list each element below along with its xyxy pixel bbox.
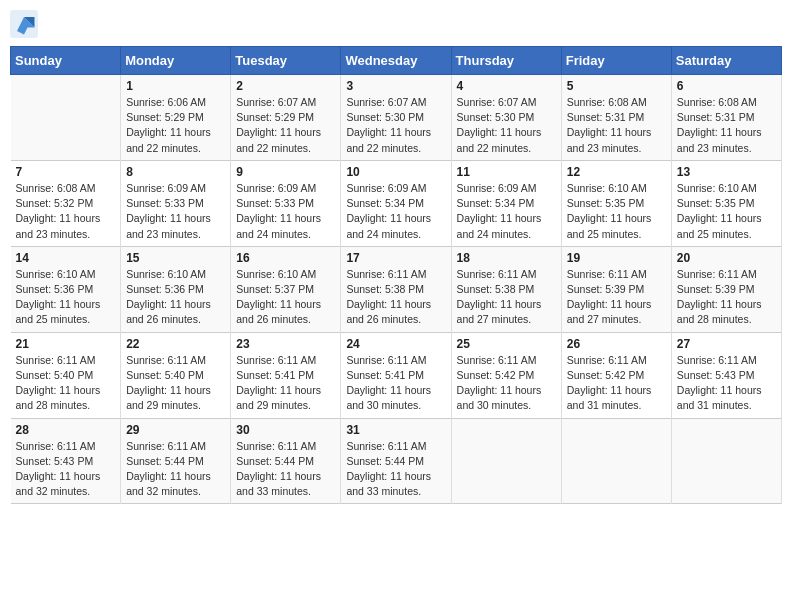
day-number: 23 [236,337,335,351]
day-number: 5 [567,79,666,93]
day-info: Sunrise: 6:11 AM Sunset: 5:44 PM Dayligh… [346,439,445,500]
day-header-sunday: Sunday [11,47,121,75]
day-info: Sunrise: 6:07 AM Sunset: 5:29 PM Dayligh… [236,95,335,156]
day-info: Sunrise: 6:09 AM Sunset: 5:33 PM Dayligh… [126,181,225,242]
day-info: Sunrise: 6:09 AM Sunset: 5:34 PM Dayligh… [457,181,556,242]
day-info: Sunrise: 6:10 AM Sunset: 5:36 PM Dayligh… [16,267,116,328]
page-header [10,10,782,38]
day-number: 19 [567,251,666,265]
day-info: Sunrise: 6:06 AM Sunset: 5:29 PM Dayligh… [126,95,225,156]
calendar-cell: 14Sunrise: 6:10 AM Sunset: 5:36 PM Dayli… [11,246,121,332]
day-number: 16 [236,251,335,265]
day-number: 4 [457,79,556,93]
day-info: Sunrise: 6:11 AM Sunset: 5:39 PM Dayligh… [567,267,666,328]
calendar-cell: 28Sunrise: 6:11 AM Sunset: 5:43 PM Dayli… [11,418,121,504]
calendar-cell: 30Sunrise: 6:11 AM Sunset: 5:44 PM Dayli… [231,418,341,504]
day-number: 31 [346,423,445,437]
day-info: Sunrise: 6:11 AM Sunset: 5:41 PM Dayligh… [346,353,445,414]
day-number: 15 [126,251,225,265]
calendar-cell: 16Sunrise: 6:10 AM Sunset: 5:37 PM Dayli… [231,246,341,332]
day-info: Sunrise: 6:07 AM Sunset: 5:30 PM Dayligh… [457,95,556,156]
day-number: 17 [346,251,445,265]
day-header-thursday: Thursday [451,47,561,75]
calendar-cell: 10Sunrise: 6:09 AM Sunset: 5:34 PM Dayli… [341,160,451,246]
day-info: Sunrise: 6:08 AM Sunset: 5:31 PM Dayligh… [677,95,776,156]
day-number: 30 [236,423,335,437]
day-info: Sunrise: 6:11 AM Sunset: 5:40 PM Dayligh… [126,353,225,414]
day-number: 6 [677,79,776,93]
day-info: Sunrise: 6:11 AM Sunset: 5:38 PM Dayligh… [457,267,556,328]
day-header-wednesday: Wednesday [341,47,451,75]
day-info: Sunrise: 6:10 AM Sunset: 5:36 PM Dayligh… [126,267,225,328]
day-info: Sunrise: 6:10 AM Sunset: 5:35 PM Dayligh… [567,181,666,242]
day-number: 7 [16,165,116,179]
logo-icon [10,10,38,38]
day-info: Sunrise: 6:11 AM Sunset: 5:41 PM Dayligh… [236,353,335,414]
calendar-cell: 18Sunrise: 6:11 AM Sunset: 5:38 PM Dayli… [451,246,561,332]
calendar-cell: 25Sunrise: 6:11 AM Sunset: 5:42 PM Dayli… [451,332,561,418]
day-number: 20 [677,251,776,265]
calendar-cell: 2Sunrise: 6:07 AM Sunset: 5:29 PM Daylig… [231,75,341,161]
week-row-1: 1Sunrise: 6:06 AM Sunset: 5:29 PM Daylig… [11,75,782,161]
calendar-cell [671,418,781,504]
day-number: 12 [567,165,666,179]
week-row-3: 14Sunrise: 6:10 AM Sunset: 5:36 PM Dayli… [11,246,782,332]
calendar-cell: 11Sunrise: 6:09 AM Sunset: 5:34 PM Dayli… [451,160,561,246]
day-number: 8 [126,165,225,179]
calendar-cell: 29Sunrise: 6:11 AM Sunset: 5:44 PM Dayli… [121,418,231,504]
day-number: 9 [236,165,335,179]
calendar-table: SundayMondayTuesdayWednesdayThursdayFrid… [10,46,782,504]
day-number: 10 [346,165,445,179]
day-info: Sunrise: 6:10 AM Sunset: 5:35 PM Dayligh… [677,181,776,242]
day-info: Sunrise: 6:11 AM Sunset: 5:38 PM Dayligh… [346,267,445,328]
calendar-cell: 21Sunrise: 6:11 AM Sunset: 5:40 PM Dayli… [11,332,121,418]
day-number: 27 [677,337,776,351]
day-info: Sunrise: 6:08 AM Sunset: 5:32 PM Dayligh… [16,181,116,242]
day-number: 2 [236,79,335,93]
day-header-row: SundayMondayTuesdayWednesdayThursdayFrid… [11,47,782,75]
calendar-cell: 15Sunrise: 6:10 AM Sunset: 5:36 PM Dayli… [121,246,231,332]
day-info: Sunrise: 6:11 AM Sunset: 5:40 PM Dayligh… [16,353,116,414]
calendar-cell: 3Sunrise: 6:07 AM Sunset: 5:30 PM Daylig… [341,75,451,161]
day-number: 25 [457,337,556,351]
calendar-cell: 5Sunrise: 6:08 AM Sunset: 5:31 PM Daylig… [561,75,671,161]
day-number: 13 [677,165,776,179]
day-info: Sunrise: 6:11 AM Sunset: 5:42 PM Dayligh… [567,353,666,414]
week-row-4: 21Sunrise: 6:11 AM Sunset: 5:40 PM Dayli… [11,332,782,418]
day-info: Sunrise: 6:11 AM Sunset: 5:44 PM Dayligh… [236,439,335,500]
day-number: 11 [457,165,556,179]
calendar-cell: 12Sunrise: 6:10 AM Sunset: 5:35 PM Dayli… [561,160,671,246]
calendar-cell: 20Sunrise: 6:11 AM Sunset: 5:39 PM Dayli… [671,246,781,332]
day-info: Sunrise: 6:10 AM Sunset: 5:37 PM Dayligh… [236,267,335,328]
day-info: Sunrise: 6:07 AM Sunset: 5:30 PM Dayligh… [346,95,445,156]
day-number: 26 [567,337,666,351]
calendar-cell: 24Sunrise: 6:11 AM Sunset: 5:41 PM Dayli… [341,332,451,418]
calendar-cell: 17Sunrise: 6:11 AM Sunset: 5:38 PM Dayli… [341,246,451,332]
day-number: 24 [346,337,445,351]
day-info: Sunrise: 6:11 AM Sunset: 5:42 PM Dayligh… [457,353,556,414]
calendar-cell: 9Sunrise: 6:09 AM Sunset: 5:33 PM Daylig… [231,160,341,246]
day-info: Sunrise: 6:08 AM Sunset: 5:31 PM Dayligh… [567,95,666,156]
day-number: 28 [16,423,116,437]
calendar-cell: 7Sunrise: 6:08 AM Sunset: 5:32 PM Daylig… [11,160,121,246]
week-row-2: 7Sunrise: 6:08 AM Sunset: 5:32 PM Daylig… [11,160,782,246]
day-number: 3 [346,79,445,93]
calendar-cell: 23Sunrise: 6:11 AM Sunset: 5:41 PM Dayli… [231,332,341,418]
calendar-cell: 8Sunrise: 6:09 AM Sunset: 5:33 PM Daylig… [121,160,231,246]
day-header-monday: Monday [121,47,231,75]
calendar-cell: 1Sunrise: 6:06 AM Sunset: 5:29 PM Daylig… [121,75,231,161]
calendar-cell [561,418,671,504]
calendar-cell: 4Sunrise: 6:07 AM Sunset: 5:30 PM Daylig… [451,75,561,161]
week-row-5: 28Sunrise: 6:11 AM Sunset: 5:43 PM Dayli… [11,418,782,504]
day-info: Sunrise: 6:09 AM Sunset: 5:33 PM Dayligh… [236,181,335,242]
calendar-cell [11,75,121,161]
day-info: Sunrise: 6:09 AM Sunset: 5:34 PM Dayligh… [346,181,445,242]
day-number: 1 [126,79,225,93]
day-number: 14 [16,251,116,265]
calendar-cell [451,418,561,504]
calendar-cell: 26Sunrise: 6:11 AM Sunset: 5:42 PM Dayli… [561,332,671,418]
calendar-cell: 22Sunrise: 6:11 AM Sunset: 5:40 PM Dayli… [121,332,231,418]
day-number: 22 [126,337,225,351]
day-info: Sunrise: 6:11 AM Sunset: 5:44 PM Dayligh… [126,439,225,500]
day-number: 21 [16,337,116,351]
